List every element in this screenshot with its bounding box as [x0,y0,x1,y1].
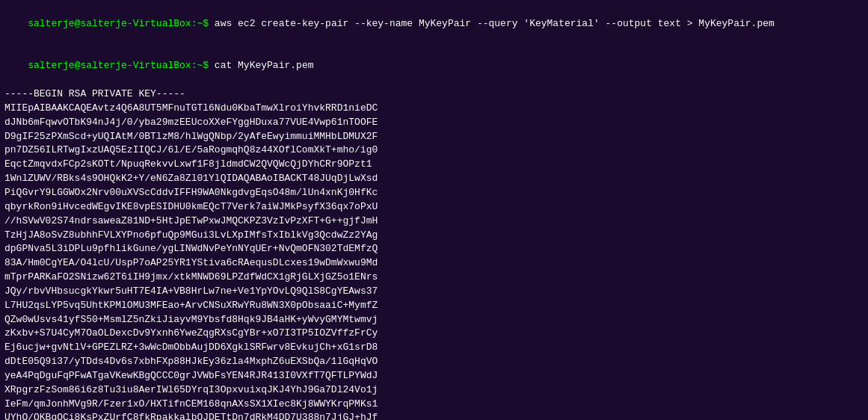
key-line-5: EqctZmqvdxFCp2sKOTt/NpuqRekvvLxwf1F8jldm… [4,158,864,172]
key-line-2: dJNb6mFqwvOTbK94nJ4j/0/yba29mzEEUcoXXeFY… [4,116,864,130]
prompt-1: salterje@salterje-VirtualBox:~$ [28,18,215,29]
key-line-9: //hSVwV02S74ndrsaweaZ81ND+5HtJpETwPxwJMQ… [4,214,864,229]
key-line-10: TzHjJA8oSvZ8ubhhFVLXYPno6pfuQp9MGui3LvLX… [4,229,864,243]
terminal-window: salterje@salterje-VirtualBox:~$ aws ec2 … [0,0,868,420]
key-line-19: dDtE05Q9i37/yTDds4Dv6s7xbhFXp88HJkEy36zl… [4,355,864,369]
command-line-2: salterje@salterje-VirtualBox:~$ cat MyKe… [4,46,864,88]
key-line-1: MIIEpAIBAAKCAQEAvtz4Q6A8UT5MFnuTGTl6Ndu0… [4,102,864,116]
key-line-12: 83A/Hm0CgYEA/O4lcU/UspP7oAP25YR1YStiva6c… [4,256,864,271]
key-line-22: IeFm/qmJonhMVg9R/Fzer1xO/HXTifnCEM168qnA… [4,398,864,412]
prompt-2: salterje@salterje-VirtualBox:~$ [28,60,215,71]
key-line-6: 1WnlZUWV/RBks4s9OHQkK2+Y/eN6Za8Zl01YlQID… [4,172,864,186]
key-line-20: yeA4PqDguFqPFwATgaVKewKBgQCCC0grJVWbFsYE… [4,369,864,383]
key-line-14: JQy/rbvVHbsucgkYkwr5uHT7E4IA+VB8HrLw7ne+… [4,285,864,299]
key-line-13: mTprPARKaFO2SNizw62T6iIH9jmx/xtkMNWD69LP… [4,271,864,285]
cmd-2: cat MyKeyPair.pem [215,60,314,71]
command-line-1: salterje@salterje-VirtualBox:~$ aws ec2 … [4,3,864,46]
key-line-3: D9gIF25zPXmScd+yUQIAtM/0BTlzM8/hlWgQNbp/… [4,130,864,144]
key-line-15: L7HU2qsLYP5vq5UhtKPMlOMU3MFEao+ArvCNSuXR… [4,299,864,313]
key-line-21: XRpgrzFzSom86i6z8Tu3iu8AerIWl65DYrqI3Opx… [4,383,864,398]
key-line-7: PiQGvrY9LGGWOx2Nrv00uXVScCddvIFFH9WA0Nkg… [4,186,864,200]
key-line-4: pn7DZ56ILRTwgIxzUAQ5EzIIQCJ/6l/E/5aRogmq… [4,143,864,158]
key-line-16: QZw0wUsvs41yfS50+MsmlZ5nZkiJiayvM9Ybsfd8… [4,313,864,327]
key-line-18: Ej6ucjw+gvNtlV+GPEZLRZ+3wWcDmObbAujDD6Xg… [4,341,864,355]
cmd-1: aws ec2 create-key-pair --key-name MyKey… [215,18,775,29]
key-line-23: UYhO/QKBgQCi8KsPxZUrfC8fkRpakkalbQJDETtD… [4,411,864,420]
key-line-8: qbyrkRon9iHvcedWEgvIKE8vpESIDHU0kmEQcT7V… [4,200,864,214]
key-line-11: dpGPNva5L3iDPLu9pfhlikGune/ygLINWdNvPeYn… [4,242,864,256]
key-header: -----BEGIN RSA PRIVATE KEY----- [4,87,864,102]
key-line-17: zKxbv+S7U4CyM7OaOLDexcDv9Yxnh6YweZqgRXsC… [4,327,864,341]
